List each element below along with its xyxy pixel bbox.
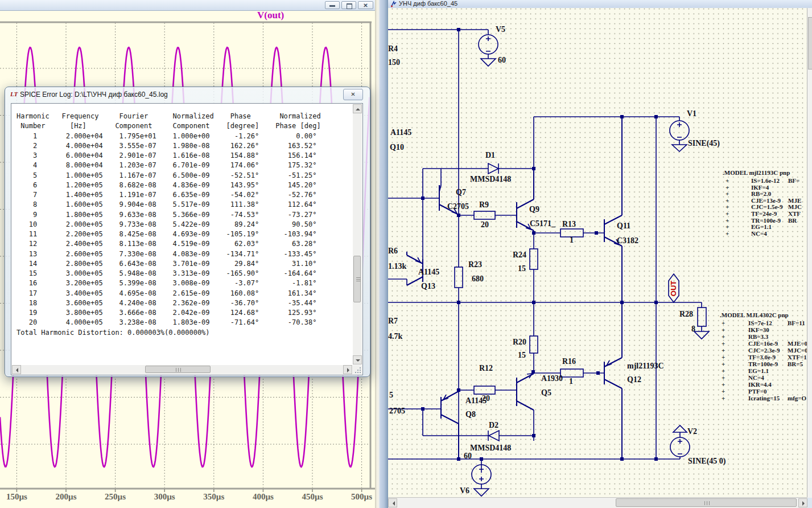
schematic-vscrollbar[interactable] (807, 8, 812, 498)
scroll-left-icon[interactable] (388, 498, 397, 507)
component-label: R4 (388, 44, 398, 54)
spice-model-text: + (722, 347, 725, 354)
spice-model-text: + (722, 388, 725, 395)
x-tick-label: 250µs (96, 492, 135, 502)
component-label: MMSD4148 (470, 444, 511, 453)
component-label: D2 (489, 421, 498, 430)
component-label: C3182 (617, 236, 638, 245)
spice-model-text: .MODEL mjl21193C pnp (723, 169, 790, 176)
component-label: R13 (562, 220, 576, 229)
spice-model-text: XTF (788, 210, 801, 217)
spice-model-text: + (722, 381, 725, 388)
spice-model-text: + (722, 340, 725, 347)
spice-model-text: CJE=16e-9 (748, 340, 778, 347)
hscroll-thumb[interactable] (616, 498, 797, 507)
component-label: 4.7k (388, 332, 402, 341)
component-label: 15 (518, 351, 526, 360)
component-label: 5 (389, 391, 393, 400)
x-tick-label: 450µs (292, 492, 332, 502)
component-label: Q8 (465, 410, 476, 419)
spice-model-text: TR=100e-9 (748, 360, 778, 367)
spice-model-text: + (722, 395, 725, 402)
spice-model-text: MJE=0 (788, 340, 807, 347)
component-label: 2705 (389, 407, 405, 416)
component-label: Q5 (541, 388, 551, 398)
component-label: R24 (513, 251, 526, 260)
schematic-canvas[interactable]: R4150V560A1145Q10D1MMSD4148Q7C2705R920Q9… (388, 8, 807, 498)
hscroll-thumb[interactable] (145, 366, 211, 373)
component-label: 8 (691, 325, 695, 334)
spice-error-log-dialog[interactable]: LT SPICE Error Log: D:\LT\УНЧ диф бакс60… (5, 87, 370, 377)
spice-model-text: PTF=0 (748, 388, 767, 395)
spice-model-text: IKF=30 (748, 326, 769, 333)
scroll-right-icon[interactable] (798, 498, 807, 507)
dialog-title[interactable]: SPICE Error Log: D:\LT\УНЧ диф бакс60_45… (20, 91, 168, 99)
resize-grip[interactable] (353, 365, 362, 374)
minimize-icon[interactable] (325, 1, 340, 9)
window-frame-divider (375, 0, 388, 508)
ltspice-logo-icon: LT (10, 91, 18, 97)
schematic-wires (388, 8, 807, 498)
spice-model-text: BR (788, 217, 797, 224)
scroll-right-icon[interactable] (343, 365, 352, 374)
out-port-label: OUT (669, 281, 678, 296)
x-tick-label: 350µs (194, 492, 234, 502)
component-label: 1.13k (388, 262, 406, 271)
schematic-window-titlebar[interactable]: УНЧ диф бакс60_45 (388, 0, 812, 9)
scroll-left-icon[interactable] (12, 365, 21, 374)
dialog-close-icon[interactable]: ✕ (343, 89, 363, 100)
x-tick-label: 400µs (243, 492, 283, 502)
spice-model-text: NC=4 (748, 374, 764, 381)
close-icon[interactable]: ✕ (358, 1, 373, 9)
error-log-content[interactable]: Harmonic Frequency Fourier Normalized Ph… (11, 103, 363, 375)
component-label: mjl21193C (627, 362, 664, 371)
spice-model-text: + (726, 203, 729, 210)
vscroll-thumb[interactable] (353, 256, 361, 302)
restore-icon[interactable] (341, 1, 356, 9)
component-label: A1930 (541, 374, 563, 383)
log-vscrollbar[interactable] (353, 104, 362, 364)
spice-model-text: IS=7e-12 (748, 319, 772, 326)
component-label: 15 (518, 264, 526, 273)
component-label: R9 (479, 200, 489, 210)
spice-model-text: TF=24e-9 (751, 210, 777, 217)
schematic-window: УНЧ диф бакс60_45 (388, 0, 812, 508)
spice-model-text: MJC=0 (788, 347, 807, 354)
component-label: Q11 (617, 222, 630, 231)
component-label: 20 (481, 220, 489, 230)
spice-model-text: + (722, 319, 725, 326)
spice-model-text: RB=3.3 (748, 333, 768, 340)
waveform-window-titlebar[interactable]: ✕ (0, 0, 375, 11)
component-label: R28 (679, 310, 693, 319)
component-label: V5 (496, 25, 505, 34)
component-label: V1 (687, 109, 696, 118)
spice-model-text: + (726, 223, 729, 230)
spice-model-text: Icrating=15 (748, 395, 780, 402)
schematic-doc-icon (390, 1, 397, 7)
spice-model-text: + (726, 190, 729, 197)
spice-model-text: + (722, 354, 725, 360)
schematic-title: УНЧ диф бакс60_45 (399, 0, 457, 7)
component-label: 60 (464, 452, 472, 461)
schematic-hscrollbar[interactable] (388, 497, 807, 508)
spice-model-text: EG=1.1 (751, 223, 772, 230)
component-label: V2 (687, 427, 697, 436)
spice-model-text: CJC=2.3e-9 (748, 347, 780, 354)
fft-harmonics-table: Harmonic Frequency Fourier Normalized Ph… (17, 112, 321, 338)
spice-model-text: + (722, 326, 725, 333)
spice-model-text: RB=2.0 (751, 190, 771, 197)
trace-label[interactable]: V(out) (257, 10, 284, 21)
component-label: R6 (388, 247, 398, 256)
spice-model-text: + (726, 177, 729, 184)
spice-model-text: IKR=4.4 (748, 381, 772, 388)
spice-model-text: + (726, 210, 729, 217)
component-label: D1 (485, 151, 495, 160)
log-hscrollbar[interactable] (12, 365, 352, 374)
scroll-down-icon[interactable] (353, 355, 362, 364)
component-label: Q10 (390, 143, 404, 152)
spice-model-text: BF= (788, 177, 799, 184)
component-label: R20 (513, 338, 526, 347)
component-label: A1145 (465, 396, 487, 405)
component-label: 150 (388, 58, 400, 67)
scroll-up-icon[interactable] (353, 104, 362, 113)
